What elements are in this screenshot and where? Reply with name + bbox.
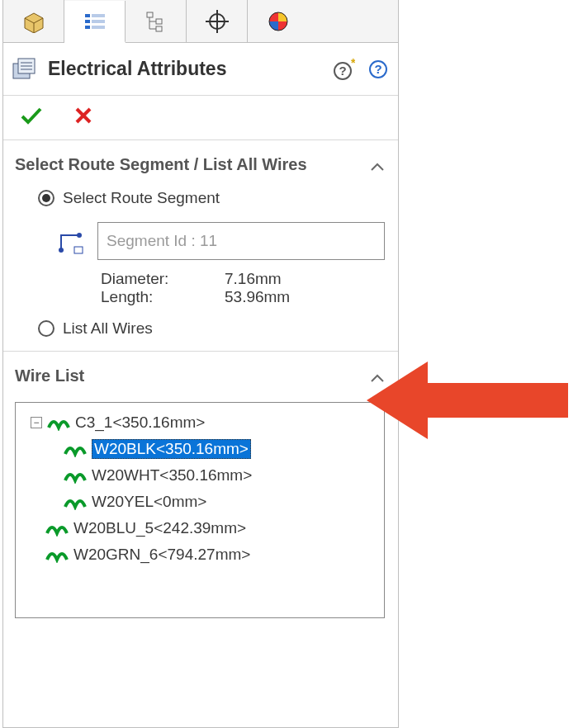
radio-label: Select Route Segment — [63, 189, 220, 207]
color-ball-icon — [267, 10, 290, 33]
svg-rect-4 — [85, 20, 90, 23]
tree-wire-row[interactable]: W20BLU_5<242.39mm> — [21, 515, 379, 541]
svg-text:*: * — [351, 59, 355, 69]
segment-dimensions: Diameter: 7.16mm Length: 53.96mm — [3, 265, 398, 316]
section-heading-label: Wire List — [15, 366, 84, 385]
tree-cable-row[interactable]: − C3_1<350.16mm> — [21, 409, 379, 436]
wire-list-tree[interactable]: − C3_1<350.16mm> W20BLK<350.16mm> W20WHT… — [15, 402, 385, 618]
length-value: 53.96mm — [225, 288, 290, 306]
tree-item-label: W20WHT<350.16mm> — [92, 466, 252, 485]
crosshair-target-icon — [206, 10, 229, 33]
section-heading-label: Select Route Segment / List All Wires — [15, 155, 307, 174]
svg-rect-7 — [92, 26, 105, 29]
svg-rect-31 — [74, 247, 83, 253]
panel-scroll-area[interactable]: Select Route Segment / List All Wires Se… — [3, 140, 398, 727]
radio-unchecked-icon — [38, 320, 54, 337]
svg-rect-2 — [85, 14, 90, 17]
page-title: Electrical Attributes — [48, 58, 334, 80]
wire-icon — [64, 494, 87, 510]
radio-label: List All Wires — [63, 319, 153, 338]
tab-appearance[interactable] — [248, 0, 309, 42]
help-icon[interactable]: ? — [368, 59, 388, 79]
svg-rect-5 — [92, 20, 105, 23]
section-wire-list-header[interactable]: Wire List — [3, 352, 398, 395]
cancel-button[interactable] — [74, 105, 92, 130]
tree-item-label: W20BLU_5<242.39mm> — [73, 519, 246, 537]
tree-wire-row[interactable]: W20YEL<0mm> — [21, 489, 379, 515]
confirm-row — [3, 96, 398, 140]
radio-checked-icon — [38, 190, 54, 206]
wire-icon — [64, 441, 87, 457]
ok-button[interactable] — [20, 105, 43, 131]
radio-select-route-segment[interactable]: Select Route Segment — [3, 184, 398, 210]
chevron-up-icon — [370, 370, 385, 387]
tree-collapse-icon[interactable]: − — [31, 417, 42, 428]
tree-item-label: W20YEL<0mm> — [92, 493, 206, 511]
svg-point-29 — [59, 248, 64, 253]
panel-tab-bar — [3, 0, 398, 43]
length-label: Length: — [101, 288, 225, 306]
diameter-value: 7.16mm — [225, 270, 282, 288]
svg-rect-10 — [156, 26, 162, 31]
help-tips-icon[interactable]: ? * — [334, 59, 355, 80]
cable-icon — [47, 414, 70, 431]
tree-hierarchy-icon — [144, 11, 168, 32]
svg-text:?: ? — [339, 64, 346, 78]
tree-item-label: C3_1<350.16mm> — [75, 414, 205, 432]
electrical-attributes-icon — [12, 57, 40, 82]
svg-rect-3 — [92, 14, 105, 17]
panel-title-row: Electrical Attributes ? * ? — [3, 43, 398, 96]
segment-id-placeholder: Segment Id : 11 — [107, 232, 217, 250]
tab-assembly[interactable] — [3, 0, 64, 42]
tree-item-label: W20GRN_6<794.27mm> — [73, 546, 250, 564]
segment-id-input[interactable]: Segment Id : 11 — [97, 222, 385, 260]
svg-rect-8 — [147, 12, 153, 17]
tab-feature-tree[interactable] — [126, 0, 187, 42]
tab-properties[interactable] — [64, 1, 126, 43]
svg-rect-6 — [85, 26, 90, 29]
list-properties-icon — [83, 11, 107, 32]
segment-id-row: Segment Id : 11 — [3, 210, 398, 265]
svg-text:?: ? — [374, 62, 381, 76]
tree-wire-row[interactable]: W20BLK<350.16mm> — [21, 436, 379, 462]
property-panel: Electrical Attributes ? * ? Select Route… — [2, 0, 399, 728]
tree-wire-row[interactable]: W20WHT<350.16mm> — [21, 462, 379, 489]
radio-list-all-wires[interactable]: List All Wires — [3, 316, 398, 351]
segment-sketch-icon — [58, 227, 84, 255]
box-isometric-icon — [21, 10, 46, 33]
wire-icon — [64, 467, 87, 484]
tab-datum[interactable] — [187, 0, 248, 42]
section-route-segment-header[interactable]: Select Route Segment / List All Wires — [3, 140, 398, 184]
wire-icon — [45, 546, 69, 563]
tree-wire-row[interactable]: W20GRN_6<794.27mm> — [21, 541, 379, 568]
chevron-up-icon — [370, 158, 385, 176]
diameter-label: Diameter: — [101, 270, 225, 288]
wire-icon — [45, 520, 69, 537]
tree-item-label: W20BLK<350.16mm> — [92, 439, 251, 459]
svg-point-30 — [77, 233, 82, 238]
svg-rect-9 — [156, 19, 162, 24]
